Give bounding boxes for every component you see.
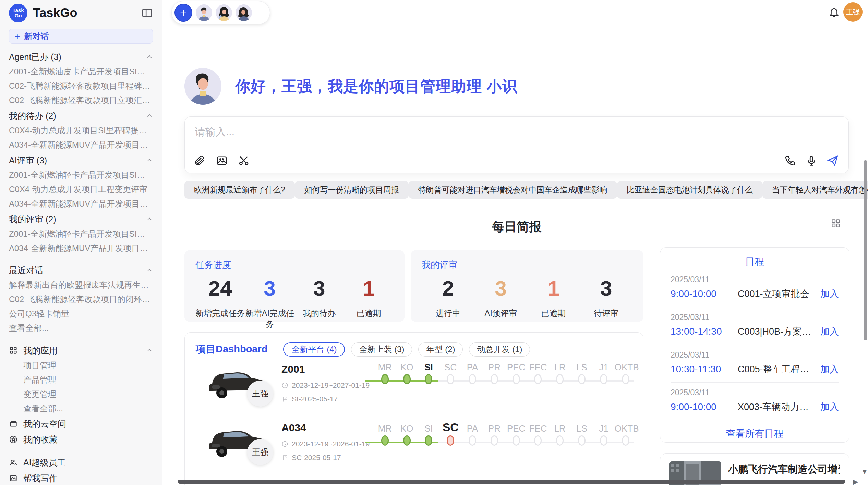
agent-avatar-2[interactable] [216,4,232,21]
add-agent-button[interactable]: + [174,4,192,22]
my-review-card: 我的评审 2 进行中 3 AI预评审 1 已逾期 3 待评审 [411,250,643,322]
sidebar-item-product-mgmt[interactable]: 产品管理 [9,373,153,387]
sidebar-group-ai-review[interactable]: AI评审 (3) [9,153,153,168]
list-item[interactable]: Z001-全新燃油轻卡产品开发项目SI造型提交物评审 [9,168,153,182]
divider [9,451,153,451]
schedule-item: 2025/03/11 10:30-11:30 C005-整车工程目标评审 加入 [671,345,839,383]
cloud-box-icon [9,419,18,428]
filter-all-new-platform[interactable]: 全新平台 (4) [283,342,345,357]
image-upload-icon[interactable] [216,154,228,167]
sidebar-item-favorites[interactable]: 我的收藏 [9,432,153,447]
suggestion-chip[interactable]: 欧洲新规最近颁布了什么? [184,181,295,199]
sidebar-item-cloud-space[interactable]: 我的云空间 [9,416,153,432]
sidebar-group-agent-done[interactable]: Agent已办 (3) [9,49,153,64]
card-title: 任务进度 [195,259,394,271]
recent-view-all[interactable]: 查看全部... [9,321,153,335]
view-all-schedule-link[interactable]: 查看所有日程 [671,420,839,447]
list-item[interactable]: C0X4-动力总成开发项目SI里程碑提交物检查 [9,123,153,138]
phone-call-icon[interactable] [784,154,796,167]
scroll-right-arrow[interactable]: ▶ [853,477,858,485]
project-owner-badge: 王强 [247,381,273,407]
sidebar-group-my-todo[interactable]: 我的待办 (2) [9,108,153,123]
sidebar-item-change-mgmt[interactable]: 变更管理 [9,387,153,401]
microphone-icon[interactable] [805,154,818,167]
suggestion-chip[interactable]: 当下年轻人对汽车外观有怎样的喜好趋势 [762,181,868,199]
help-write-label: 帮我写作 [23,473,58,484]
grid-icon [9,346,18,355]
layout-grid-icon[interactable] [830,218,841,229]
project-row-z001[interactable]: 王强 Z001 2023-12-19~2027-01-19 SI-2025-05… [196,361,632,415]
list-item[interactable]: A034-全新新能源MUV产品开发项目计划变更表编写 [9,138,153,152]
filter-new-body[interactable]: 全新上装 (3) [351,342,412,357]
plus-icon: + [15,31,20,42]
list-item[interactable]: Z001-全新燃油皮卡产品开发项目SI节点Lesson Learn报告 [9,64,153,79]
schedule-date: 2025/03/11 [671,388,839,397]
join-meeting-link[interactable]: 加入 [820,288,839,300]
new-chat-button[interactable]: + 新对话 [9,29,153,44]
divider [9,259,153,259]
image-write-icon [9,474,18,483]
clock-icon [281,382,288,389]
suggestion-chip[interactable]: 如何写一份清晰的项目周报 [295,181,409,199]
flag-icon [281,454,288,461]
sidebar-item-project-mgmt[interactable]: 项目管理 [9,358,153,373]
schedule-item: 2025/03/11 9:00-10:00 C001-立项审批会 加入 [671,270,839,307]
attachment-icon[interactable] [194,154,206,167]
apps-view-all[interactable]: 查看全部... [9,401,153,416]
stat-ai-prereview: 3 AI预评审 [474,276,527,319]
greeting-text: 你好，王强，我是你的项目管理助理 小识 [235,76,517,97]
list-item[interactable]: A034-全新新能源MUV产品开发项目法规符合性评审 [9,197,153,211]
chevron-up-icon [146,112,153,119]
chevron-up-icon [146,267,153,274]
logo-line2: Go [15,13,22,18]
list-item[interactable]: C02-飞腾新能源轻客改款项目立项汇报方案 [9,93,153,108]
agent-avatar-3[interactable] [236,4,252,21]
sidebar-group-recent[interactable]: 最近对话 [9,263,153,278]
horizontal-scrollbar[interactable] [178,480,845,484]
sidebar-item-my-apps[interactable]: 我的应用 [9,343,153,358]
join-meeting-link[interactable]: 加入 [820,325,839,338]
milestone-timeline: MRKOSISCPAPRPECFECLRLSJ1OKTB [374,421,637,450]
join-meeting-link[interactable]: 加入 [820,401,839,413]
filter-year-model[interactable]: 年型 (2) [418,342,463,357]
filter-powertrain[interactable]: 动总开发 (1) [469,342,530,357]
app-title: TaskGo [33,6,141,20]
scroll-down-arrow[interactable]: ▼ [861,468,868,476]
sidebar-group-my-review[interactable]: 我的评审 (2) [9,212,153,227]
list-item[interactable]: Z001-全新燃油轻卡产品开发项目SI节点属性5D文件评审 [9,227,153,241]
vertical-scrollbar[interactable] [864,160,867,340]
ai-super-staff-label: AI超级员工 [23,457,66,468]
sidebar-item-help-write[interactable]: 帮我写作 [9,470,153,485]
list-item[interactable]: C0X4-动力总成开发项目工程变更评审 [9,182,153,197]
suggestion-chip[interactable]: 比亚迪全固态电池计划具体说了什么 [617,181,762,199]
app-logo: Task Go [9,4,27,22]
sidebar-collapse-icon[interactable] [141,7,153,19]
stat-new-ai-done: 3 新增AI完成任务 [245,276,295,330]
notification-bell-icon[interactable] [828,6,840,18]
list-item[interactable]: C02-飞腾新能源轻客改款项目里程碑画布 [9,79,153,93]
logo-line1: Task [12,8,24,13]
agent-avatar-1[interactable] [196,4,212,21]
people-icon [9,458,18,467]
user-avatar[interactable]: 王强 [843,2,863,22]
dashboard-title: 项目Dashboard [196,343,267,356]
chat-input[interactable] [195,125,838,146]
project-code: A034 [281,422,306,434]
stat-in-progress: 2 进行中 [422,276,474,319]
screenshot-scissors-icon[interactable] [238,154,250,167]
composer-toolbar [194,154,250,167]
divider [9,339,153,339]
join-meeting-link[interactable]: 加入 [820,363,839,375]
send-icon[interactable] [827,154,839,167]
suggestion-chip[interactable]: 特朗普可能对进口汽车增税会对中国车企造成哪些影响 [409,181,617,199]
project-flag-date: SI-2025-05-17 [281,395,338,403]
clock-icon [281,440,288,447]
list-item[interactable]: C02-飞腾新能源轻客改款项目的闭环通告反馈情况 [9,292,153,307]
cloud-space-label: 我的云空间 [23,418,66,430]
list-item[interactable]: 公司Q3轻卡销量 [9,307,153,321]
sidebar-item-ai-super-staff[interactable]: AI超级员工 [9,455,153,470]
list-item[interactable]: A034-全新新能源MUV产品开发项目造型可行性评审 [9,241,153,256]
project-row-a034[interactable]: 王强 A034 2023-12-19~2026-01-19 SC-2025-05… [196,420,632,474]
schedule-item: 2025/03/11 13:00-14:30 C003|H0B-方案冻结评审 加… [671,307,839,345]
list-item[interactable]: 解释最新出台的欧盟报废车法规再生塑料比例被调至15%... [9,278,153,292]
